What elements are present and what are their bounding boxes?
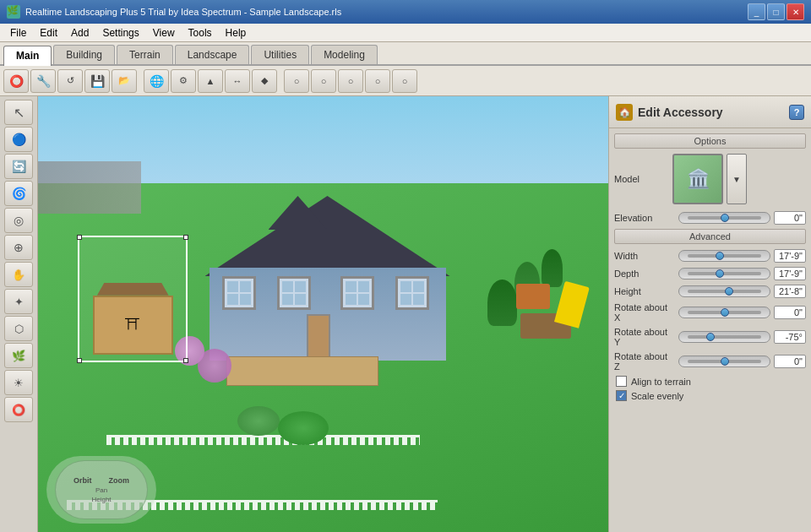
- right-panel: 🏠 Edit Accessory ? Options Model 🏛️ ▼ El…: [608, 96, 811, 532]
- window1: [222, 276, 256, 310]
- elevation-slider[interactable]: [678, 212, 770, 224]
- minimize-button[interactable]: _: [748, 3, 765, 20]
- close-button[interactable]: ✕: [787, 3, 804, 20]
- house: [210, 175, 446, 361]
- height-row: Height 21'-8": [614, 285, 806, 298]
- sidebar-btn5[interactable]: ⊕: [4, 235, 33, 260]
- tab-main[interactable]: Main: [3, 46, 52, 66]
- tb-settings[interactable]: ⚙: [171, 69, 196, 93]
- sidebar-btn9[interactable]: 🌿: [4, 343, 33, 368]
- width-row: Width 17'-9": [614, 249, 806, 263]
- tb-tool2[interactable]: ↺: [57, 69, 83, 93]
- height-value[interactable]: 21'-8": [774, 285, 806, 298]
- tab-terrain[interactable]: Terrain: [117, 45, 173, 64]
- menu-view[interactable]: View: [146, 25, 182, 41]
- gazebo: ⛩: [88, 243, 177, 354]
- rotate-x-slider[interactable]: [678, 307, 770, 318]
- model-row: Model 🏛️ ▼: [614, 154, 806, 204]
- scale-evenly-checkbox[interactable]: ✓: [616, 390, 627, 401]
- tb-tool1[interactable]: 🔧: [30, 69, 56, 93]
- tab-building[interactable]: Building: [53, 45, 115, 64]
- main-content: ↖ 🔵 🔄 🌀 ◎ ⊕ ✋ ✦ ⬡ 🌿 ☀ ⭕: [0, 96, 811, 532]
- menu-help[interactable]: Help: [219, 25, 253, 41]
- corner-tl: [77, 235, 82, 240]
- tb-tool4[interactable]: ↔: [225, 69, 250, 93]
- help-button[interactable]: ?: [789, 105, 804, 120]
- tb-tool8[interactable]: ○: [338, 69, 363, 93]
- menubar: File Edit Add Settings View Tools Help: [0, 24, 811, 42]
- elevation-value[interactable]: 0": [774, 211, 806, 225]
- menu-add[interactable]: Add: [64, 25, 95, 41]
- scene: ⛩ Orbit Zoom Pan Height: [38, 96, 608, 532]
- corner-br: [183, 358, 188, 363]
- nav-circle: Orbit Zoom Pan Height: [55, 460, 148, 519]
- app-icon: 🌿: [7, 5, 20, 19]
- slider-thumb: [716, 252, 724, 260]
- depth-value[interactable]: 17'-9": [774, 267, 806, 280]
- depth-slider[interactable]: [678, 268, 770, 280]
- maximize-button[interactable]: □: [767, 3, 785, 20]
- sidebar-btn6[interactable]: ✋: [4, 262, 33, 287]
- align-terrain-checkbox[interactable]: [616, 376, 627, 387]
- sidebar-btn11[interactable]: ⭕: [4, 397, 33, 422]
- model-preview[interactable]: 🏛️: [672, 154, 723, 204]
- viewport[interactable]: ⛩ Orbit Zoom Pan Height: [38, 96, 608, 532]
- rotate-y-value[interactable]: -75°: [774, 330, 806, 344]
- titlebar: 🌿 Realtime Landscaping Plus 5 Trial by I…: [0, 0, 811, 24]
- tb-tool6[interactable]: ○: [284, 69, 309, 93]
- sidebar-btn3[interactable]: 🌀: [4, 181, 33, 206]
- tb-tool7[interactable]: ○: [311, 69, 336, 93]
- rotate-z-slider[interactable]: [678, 356, 770, 367]
- slider-thumb: [721, 214, 729, 222]
- menu-file[interactable]: File: [3, 25, 33, 41]
- width-value[interactable]: 17'-9": [774, 249, 806, 263]
- sidebar-btn1[interactable]: 🔵: [4, 127, 33, 152]
- tab-landscape[interactable]: Landscape: [175, 45, 250, 64]
- menu-tools[interactable]: Tools: [182, 25, 219, 41]
- bush2: [278, 411, 329, 445]
- tb-tool3[interactable]: ▲: [198, 69, 223, 93]
- nav-height: Height: [91, 496, 111, 503]
- sidebar-btn7[interactable]: ✦: [4, 289, 33, 314]
- sidebar-btn2[interactable]: 🔄: [4, 154, 33, 179]
- navigation-overlay: Orbit Zoom Pan Height: [46, 456, 156, 524]
- model-dropdown-button[interactable]: ▼: [727, 154, 747, 204]
- tb-tool10[interactable]: ○: [392, 69, 417, 93]
- playground: [512, 280, 580, 339]
- rotate-x-value[interactable]: 0": [774, 306, 806, 319]
- tab-modeling[interactable]: Modeling: [311, 45, 378, 64]
- tb-globe[interactable]: 🌐: [144, 69, 169, 93]
- nav-zoom: Zoom: [109, 476, 130, 485]
- sidebar-select[interactable]: ↖: [4, 100, 33, 125]
- tb-save[interactable]: 💾: [84, 69, 110, 93]
- rotate-y-row: Rotate about Y -75°: [614, 327, 806, 347]
- tb-tool5[interactable]: ◆: [252, 69, 277, 93]
- tb-select[interactable]: ⭕: [3, 69, 29, 93]
- rotate-z-value[interactable]: 0": [774, 355, 806, 368]
- rotate-y-slider[interactable]: [678, 331, 770, 343]
- tb-tool9[interactable]: ○: [365, 69, 390, 93]
- nav-pan: Pan: [95, 486, 107, 494]
- sidebar-btn4[interactable]: ◎: [4, 208, 33, 233]
- elevation-label: Elevation: [614, 213, 675, 223]
- slider-thumb: [725, 287, 733, 296]
- sidebar-btn8[interactable]: ⬡: [4, 316, 33, 341]
- tab-utilities[interactable]: Utilities: [251, 45, 309, 64]
- door: [307, 314, 330, 361]
- slider-thumb: [716, 269, 724, 278]
- scale-evenly-label: Scale evenly: [631, 391, 683, 401]
- menu-edit[interactable]: Edit: [33, 25, 64, 41]
- width-label: Width: [614, 251, 675, 261]
- house-wall: [210, 268, 446, 361]
- elevation-row: Elevation 0": [614, 211, 806, 225]
- panel-body: Options Model 🏛️ ▼ Elevation 0": [609, 128, 811, 532]
- tb-open[interactable]: 📂: [112, 69, 137, 93]
- slider-thumb: [721, 308, 729, 317]
- width-slider[interactable]: [678, 250, 770, 262]
- sidebar-btn10[interactable]: ☀: [4, 370, 33, 395]
- toolbar: ⭕ 🔧 ↺ 💾 📂 🌐 ⚙ ▲ ↔ ◆ ○ ○ ○ ○ ○: [0, 66, 811, 96]
- window-title: Realtime Landscaping Plus 5 Trial by Ide…: [25, 7, 748, 17]
- height-slider[interactable]: [678, 285, 770, 297]
- menu-settings[interactable]: Settings: [95, 25, 145, 41]
- house-roof: [205, 196, 450, 276]
